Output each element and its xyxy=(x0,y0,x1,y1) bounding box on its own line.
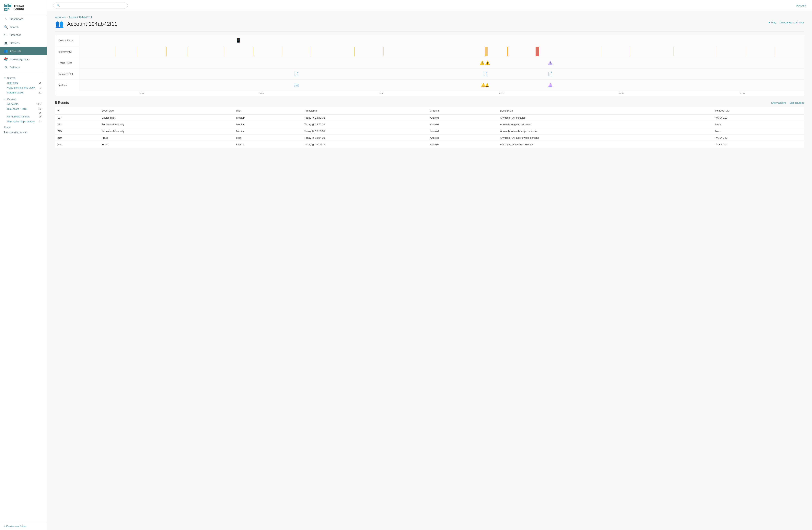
general-header[interactable]: ▼ General xyxy=(4,98,43,101)
show-actions-button[interactable]: Show actions xyxy=(771,101,786,104)
cell-rule[interactable]: YARA-010 xyxy=(713,114,804,121)
timeline-axis: 13:30 13:40 13:50 14:00 14:10 14:20 xyxy=(55,91,804,96)
cell-channel: Android xyxy=(427,128,498,135)
fraud-alert-orange-1: ⚠️ xyxy=(480,60,485,65)
action-bell-orange-2-icon: 🔔 xyxy=(485,83,489,87)
cell-risk: Medium xyxy=(234,121,302,128)
sidebar-item-detection[interactable]: 🛡 Detection xyxy=(0,31,47,39)
play-icon xyxy=(769,22,770,24)
sidebar-item-search[interactable]: 🔍 Search xyxy=(0,23,47,31)
cell-description: Anomaly in typing behavior xyxy=(498,121,713,128)
cell-num[interactable]: 212 xyxy=(55,121,99,128)
general-item-all-events[interactable]: All events 1337 xyxy=(4,101,43,107)
time-range[interactable]: Time range: Last hour xyxy=(779,21,804,24)
fraud-label[interactable]: Fraud xyxy=(0,125,47,130)
cell-type: Fraud xyxy=(99,135,234,141)
table-row[interactable]: 215 Behavioral Anomaly Medium Today @ 13… xyxy=(55,128,804,135)
starred-item-high-risks[interactable]: High risks 26 xyxy=(4,80,43,85)
cell-risk: Medium xyxy=(234,128,302,135)
account-large-icon: 👥 xyxy=(55,20,64,28)
sidebar-item-accounts[interactable]: 👥 Accounts xyxy=(0,47,47,55)
intel-doc-3[interactable]: 📄 xyxy=(548,72,553,76)
account-link[interactable]: Account xyxy=(796,4,806,7)
action-bell-purple[interactable]: 🔔 xyxy=(548,83,553,87)
search-bar[interactable]: 🔍 xyxy=(53,2,128,9)
cell-channel: Android xyxy=(427,141,498,148)
sidebar-item-knowledgebase[interactable]: 📚 Knowledgebase xyxy=(0,55,47,63)
cell-timestamp: Today @ 13:54:31 xyxy=(302,135,427,141)
starred-item-voice-phishing[interactable]: Voice phishing this week 3 xyxy=(4,85,43,90)
cell-type: Device Risk xyxy=(99,114,234,121)
table-row[interactable]: 177 Device Risk Medium Today @ 13:42:31 … xyxy=(55,114,804,121)
col-description: Description xyxy=(498,107,713,114)
starred-header[interactable]: ▼ Starred xyxy=(4,76,43,80)
cell-timestamp: Today @ 13:42:31 xyxy=(302,114,427,121)
breadcrumb: Accounts › Account 104ab42f11 xyxy=(55,16,804,19)
cell-rule[interactable]: YARA-042 xyxy=(713,135,804,141)
intel-doc-icon-3: 📄 xyxy=(548,72,553,76)
play-button[interactable]: Play xyxy=(769,21,776,24)
breadcrumb-parent[interactable]: Accounts xyxy=(55,16,66,19)
page-content: Accounts › Account 104ab42f11 👥 Account … xyxy=(47,11,812,530)
cell-rule: None xyxy=(713,121,804,128)
cell-risk: High xyxy=(234,135,302,141)
svg-rect-5 xyxy=(6,4,6,7)
per-os-label[interactable]: Per operating system xyxy=(0,130,47,135)
cell-risk: Critical xyxy=(234,141,302,148)
table-row[interactable]: 224 Fraud Critical Today @ 14:00:31 Andr… xyxy=(55,141,804,148)
home-icon: ⌂ xyxy=(4,17,8,21)
general-section: ▼ General All events 1337 Risk score > 8… xyxy=(0,96,47,125)
page-title-area: 👥 Account 104ab42f11 xyxy=(55,20,118,28)
intel-doc-2[interactable]: 📄 xyxy=(482,72,488,76)
svg-rect-7 xyxy=(9,4,9,7)
search-input[interactable] xyxy=(61,4,125,7)
fraud-rule-marker-2[interactable]: ⚠️ xyxy=(548,60,553,65)
detection-icon: 🛡 xyxy=(4,33,8,37)
timeline-area-related-intel: 📄 📄 📄 xyxy=(79,68,804,80)
table-row[interactable]: 219 Fraud High Today @ 13:54:31 Android … xyxy=(55,135,804,141)
timeline-row-actions: Actions ✉️ 🔔 🔔 🔔 xyxy=(55,80,804,91)
action-mail[interactable]: ✉️ xyxy=(294,83,299,87)
action-bells[interactable]: 🔔 🔔 xyxy=(481,83,489,87)
edit-columns-button[interactable]: Edit columns xyxy=(789,101,804,104)
cell-timestamp: Today @ 13:52:31 xyxy=(302,121,427,128)
timeline-label-identity-risk: Identity Risk xyxy=(55,48,79,55)
cell-num[interactable]: 224 xyxy=(55,141,99,148)
timeline-label-fraud-rules: Fraud Rules xyxy=(55,60,79,66)
events-title: 5 Events xyxy=(55,101,69,105)
sidebar-item-settings[interactable]: ⚙ Settings xyxy=(0,63,47,71)
timeline-row-identity-risk: Identity Risk xyxy=(55,46,804,57)
events-table: # Event type Risk Timestamp Channel Desc… xyxy=(55,107,804,148)
starred-item-safari[interactable]: Safari browser 12 xyxy=(4,90,43,95)
general-item-malware[interactable]: All malware families 26 xyxy=(4,114,43,119)
create-folder-button[interactable]: + Create new folder xyxy=(4,525,43,528)
col-type: Event type xyxy=(99,107,234,114)
cell-channel: Android xyxy=(427,121,498,128)
search-icon-topbar: 🔍 xyxy=(56,4,60,7)
logo: THREAT FABRIC xyxy=(0,0,47,15)
fraud-alert-orange-2: ⚠️ xyxy=(485,60,490,65)
cell-description: Anydesk RAT installed xyxy=(498,114,713,121)
fraud-rule-marker-1[interactable]: ⚠️ ⚠️ xyxy=(480,60,490,65)
cell-channel: Android xyxy=(427,114,498,121)
cell-rule[interactable]: YARA-016 xyxy=(713,141,804,148)
logo-text-line2: FABRIC xyxy=(14,8,25,11)
device-risk-marker[interactable]: 📱 xyxy=(236,38,241,43)
sidebar-item-dashboard[interactable]: ⌂ Dashboard xyxy=(0,15,47,23)
timeline-label-device-risks: Device Risks xyxy=(55,37,79,43)
cell-risk: Medium xyxy=(234,114,302,121)
cell-channel: Android xyxy=(427,135,498,141)
general-item-risk-score[interactable]: Risk score > 80% 123 xyxy=(4,107,43,111)
sidebar-item-devices[interactable]: 💻 Devices xyxy=(0,39,47,47)
intel-doc-1[interactable]: 📄 xyxy=(294,72,299,76)
cell-num[interactable]: 177 xyxy=(55,114,99,121)
cell-timestamp: Today @ 13:53:31 xyxy=(302,128,427,135)
cell-num[interactable]: 215 xyxy=(55,128,99,135)
logo-icon xyxy=(4,3,12,11)
general-item-xenomorph[interactable]: New Xenomorph activity 41 xyxy=(4,119,43,124)
intel-doc-icon-1: 📄 xyxy=(294,72,299,76)
table-row[interactable]: 212 Behavioral Anomaly Medium Today @ 13… xyxy=(55,121,804,128)
timeline-row-related-intel: Related Intel 📄 📄 📄 xyxy=(55,68,804,80)
cell-timestamp: Today @ 14:00:31 xyxy=(302,141,427,148)
cell-num[interactable]: 219 xyxy=(55,135,99,141)
